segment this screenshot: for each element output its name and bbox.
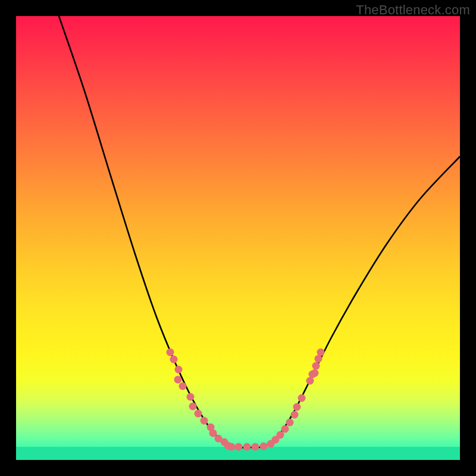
data-marker [298, 394, 306, 402]
data-marker [175, 366, 183, 374]
data-marker [167, 349, 174, 356]
data-marker [201, 417, 208, 425]
data-marker [293, 403, 301, 411]
data-marker [286, 419, 294, 427]
data-marker [260, 443, 268, 450]
plot-area [16, 16, 460, 460]
data-marker [317, 349, 325, 356]
data-marker [187, 393, 195, 401]
data-marker [228, 443, 236, 451]
marker-group [167, 349, 325, 451]
data-marker [281, 425, 289, 433]
data-marker [243, 443, 251, 451]
data-marker [235, 443, 243, 451]
data-marker [170, 356, 178, 364]
outer-frame: TheBottleneck.com [0, 0, 476, 476]
data-marker [179, 383, 187, 390]
data-marker [189, 403, 197, 411]
data-marker [252, 443, 259, 451]
data-marker [291, 411, 299, 419]
data-marker [195, 410, 202, 418]
data-marker [311, 369, 319, 377]
attribution-text: TheBottleneck.com [356, 2, 470, 18]
bottleneck-curve [59, 16, 460, 447]
curve-layer [16, 16, 460, 460]
data-marker [174, 376, 182, 384]
data-marker [312, 362, 320, 370]
